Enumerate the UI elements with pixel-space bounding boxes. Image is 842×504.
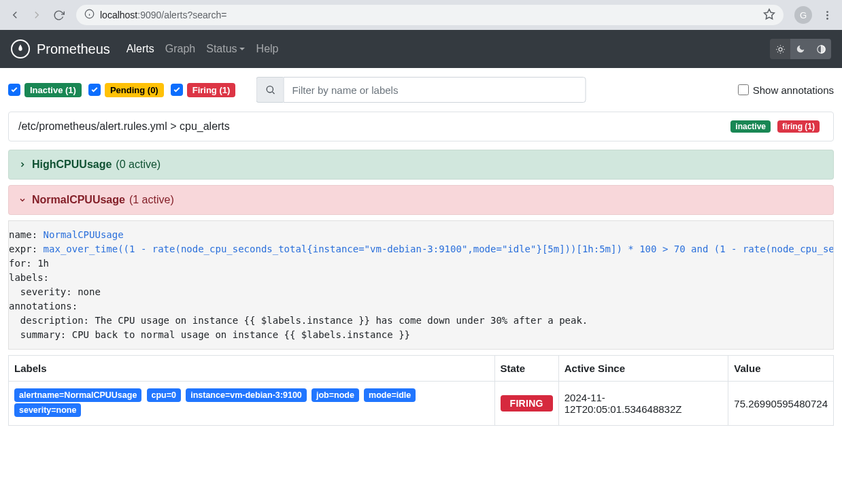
forward-button[interactable] [27, 5, 46, 24]
cell-value: 75.26990595480724 [728, 382, 834, 426]
alert-count: (0 active) [116, 158, 161, 171]
nav-help[interactable]: Help [256, 43, 279, 55]
label-pill: alertname=NormalCPUUsage [14, 388, 141, 402]
theme-dark-icon[interactable] [790, 39, 811, 59]
search-icon [256, 77, 284, 103]
svg-point-9 [267, 86, 273, 93]
cell-active-since: 2024-11-12T20:05:01.534648832Z [558, 382, 728, 426]
navbar: Prometheus Alerts Graph Status Help [0, 30, 842, 68]
cell-labels: alertname=NormalCPUUsage cpu=0 instance=… [9, 382, 495, 426]
url-text: localhost:9090/alerts?search= [100, 10, 226, 20]
badge-firing: Firing (1) [187, 83, 236, 97]
bookmark-icon[interactable] [763, 8, 775, 22]
state-filters: Inactive (1) Pending (0) Firing (1) [8, 83, 239, 97]
group-badge-firing: firing (1) [777, 120, 820, 133]
theme-auto-icon[interactable] [811, 39, 831, 59]
chevron-right-icon [18, 161, 27, 169]
brand-text: Prometheus [37, 41, 110, 57]
profile-avatar[interactable]: G [794, 6, 812, 24]
rule-definition: name: NormalCPUUsage expr: max_over_time… [8, 220, 834, 350]
address-bar[interactable]: localhost:9090/alerts?search= [76, 5, 784, 25]
checkbox-firing[interactable] [171, 84, 183, 96]
menu-icon[interactable] [818, 5, 837, 24]
alert-name: NormalCPUUsage [32, 194, 125, 206]
col-value: Value [728, 356, 834, 382]
badge-pending: Pending (0) [105, 83, 164, 97]
show-annotations-checkbox[interactable] [738, 84, 749, 95]
label-pill: mode=idle [364, 388, 416, 402]
label-pill: cpu=0 [147, 388, 181, 402]
alert-name: HighCPUUsage [32, 158, 112, 171]
back-button[interactable] [5, 5, 24, 24]
checkbox-inactive[interactable] [8, 84, 20, 96]
label-pill: severity=none [14, 403, 81, 417]
browser-toolbar: localhost:9090/alerts?search= G [0, 0, 842, 30]
table-header-row: Labels State Active Since Value [9, 356, 834, 382]
svg-point-4 [826, 11, 828, 13]
nav-graph[interactable]: Graph [165, 43, 195, 55]
search-input[interactable] [284, 77, 586, 103]
svg-point-6 [826, 18, 828, 20]
nav-links: Alerts Graph Status Help [127, 43, 279, 55]
nav-status[interactable]: Status [206, 43, 245, 55]
col-active-since: Active Since [558, 356, 728, 382]
chevron-down-icon [18, 196, 27, 204]
search-wrap [256, 77, 586, 103]
show-annotations-label: Show annotations [753, 84, 834, 96]
alert-count: (1 active) [129, 194, 174, 206]
rule-group[interactable]: /etc/prometheus/alert.rules.yml > cpu_al… [8, 112, 834, 141]
table-row: alertname=NormalCPUUsage cpu=0 instance=… [9, 382, 834, 426]
badge-inactive: Inactive (1) [24, 83, 82, 97]
col-state: State [494, 356, 558, 382]
col-labels: Labels [9, 356, 495, 382]
brand[interactable]: Prometheus [11, 39, 110, 58]
label-pill: instance=vm-debian-3:9100 [186, 388, 307, 402]
theme-light-icon[interactable] [770, 39, 790, 59]
svg-marker-3 [764, 9, 775, 18]
reload-button[interactable] [49, 5, 68, 24]
svg-line-10 [272, 92, 274, 94]
rule-group-title: /etc/prometheus/alert.rules.yml > cpu_al… [18, 120, 230, 133]
cell-state: FIRING [494, 382, 558, 426]
prometheus-logo-icon [11, 39, 30, 58]
caret-down-icon [239, 46, 246, 52]
firing-badge: FIRING [501, 395, 553, 411]
theme-toggle [770, 39, 831, 59]
alert-highcpuusage[interactable]: HighCPUUsage (0 active) [8, 150, 834, 180]
svg-point-7 [779, 48, 782, 51]
nav-status-label: Status [206, 43, 237, 55]
group-badge-inactive: inactive [730, 120, 771, 133]
svg-point-5 [826, 14, 828, 16]
site-info-icon[interactable] [84, 9, 95, 21]
nav-alerts[interactable]: Alerts [127, 43, 154, 55]
show-annotations[interactable]: Show annotations [738, 84, 834, 96]
filter-toolbar: Inactive (1) Pending (0) Firing (1) Show… [8, 76, 834, 103]
label-pill: job=node [311, 388, 359, 402]
alert-normalcpuusage[interactable]: NormalCPUUsage (1 active) [8, 185, 834, 215]
checkbox-pending[interactable] [88, 84, 101, 96]
alert-instances-table: Labels State Active Since Value alertnam… [8, 355, 834, 426]
